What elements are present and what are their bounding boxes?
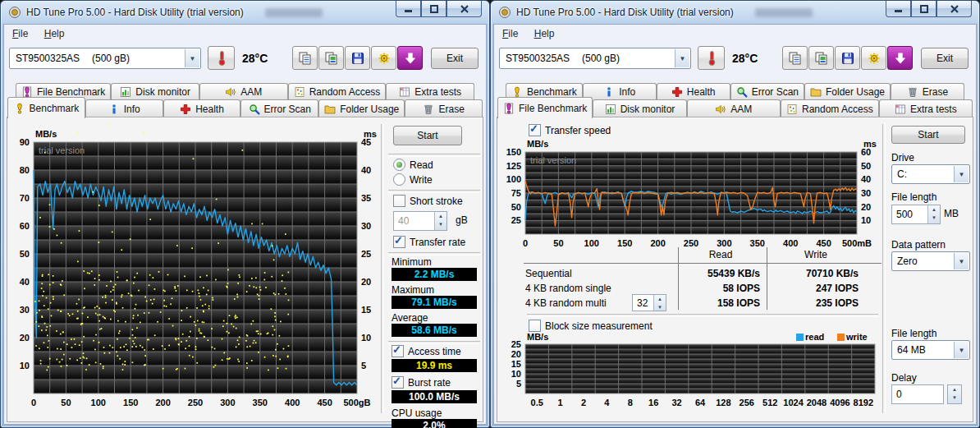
spinner-arrows-icon[interactable]: ▲▼ [653, 295, 666, 311]
tab-random-access[interactable]: Random Access [781, 99, 879, 117]
tab-label: AAM [730, 104, 752, 115]
close-button[interactable] [936, 1, 972, 17]
svg-text:10: 10 [20, 361, 30, 370]
copy-report-button[interactable] [292, 46, 318, 70]
minimize-button[interactable] [886, 1, 911, 17]
svg-text:256: 256 [740, 398, 754, 407]
start-button[interactable]: Start [891, 126, 965, 144]
read-radio[interactable]: Read [393, 159, 433, 171]
short-stroke-checkbox[interactable]: Short stroke [393, 195, 463, 207]
tab-disk-monitor[interactable]: Disk monitor [111, 83, 199, 100]
save-button[interactable] [835, 46, 860, 70]
svg-text:20: 20 [20, 333, 30, 343]
tab-aam[interactable]: AAM [687, 99, 781, 117]
svg-text:MB/s: MB/s [527, 332, 548, 342]
svg-text:1024: 1024 [783, 398, 804, 407]
tab-info[interactable]: Info [583, 83, 657, 100]
copy-report-icon [298, 51, 313, 66]
error-scan-icon [249, 104, 260, 115]
start-button[interactable]: Start [393, 126, 462, 145]
svg-text:20: 20 [861, 202, 871, 212]
tab-error-scan[interactable]: Error Scan [730, 83, 804, 100]
table-header-rule [524, 263, 882, 264]
copy-report-button[interactable] [782, 46, 808, 70]
spinner-arrows-icon[interactable]: ▲▼ [434, 212, 446, 230]
transfer-rate-checkbox[interactable]: Transfer rate [393, 236, 465, 248]
menu-file[interactable]: File [496, 26, 524, 41]
menu-help[interactable]: Help [528, 26, 561, 41]
short-stroke-length-spinner[interactable]: 40▲▼ [393, 211, 447, 231]
drive-selector[interactable]: ST9500325AS (500 gB) ▼ [9, 48, 201, 69]
tab-error-scan[interactable]: Error Scan [240, 99, 318, 117]
save-button[interactable] [345, 46, 370, 70]
tab-label: Health [195, 104, 224, 115]
copy-screenshot-button[interactable] [318, 46, 344, 70]
tab-health[interactable]: Health [657, 83, 730, 100]
tab-info[interactable]: Info [85, 99, 163, 117]
target-drive-selector[interactable]: C:▼ [891, 164, 970, 184]
tab-label: Info [619, 86, 635, 98]
delay-value: 0 [892, 389, 943, 400]
update-button[interactable] [887, 46, 913, 70]
tab-extra-tests[interactable]: Extra tests [386, 83, 474, 100]
minimize-button[interactable] [396, 1, 421, 17]
delay-spinner[interactable]: 0 [891, 384, 944, 404]
write-radio[interactable]: Write [393, 173, 433, 186]
tab-random-access[interactable]: Random Access [288, 83, 387, 100]
tab-extra-tests[interactable]: Extra tests [879, 99, 973, 117]
copy-screenshot-button[interactable] [808, 46, 834, 70]
tab-erase[interactable]: Erase [405, 99, 483, 117]
data-pattern-selector[interactable]: Zero▼ [891, 251, 970, 271]
write-label: Write [410, 174, 433, 186]
update-button[interactable] [397, 46, 423, 70]
tab-folder-usage[interactable]: Folder Usage [318, 99, 405, 117]
tab-aam[interactable]: AAM [199, 83, 288, 100]
titlebar[interactable]: HD Tune Pro 5.00 - Hard Disk Utility (tr… [1, 1, 489, 24]
exit-button[interactable]: Exit [431, 48, 479, 69]
menu-help[interactable]: Help [38, 26, 71, 41]
svg-text:16: 16 [648, 398, 658, 407]
block-file-length-selector[interactable]: 64 MB▼ [891, 340, 970, 360]
tab-label: Benchmark [30, 103, 80, 114]
dropdown-arrow-icon: ▼ [954, 166, 969, 182]
file-length-spinner[interactable]: 500▲▼ [891, 205, 941, 224]
tab-benchmark[interactable]: Benchmark [7, 97, 85, 118]
exit-button[interactable]: Exit [921, 48, 969, 69]
queue-depth-spinner[interactable]: 32▲▼ [632, 294, 666, 311]
separator [388, 154, 480, 157]
tab-label: Benchmark [527, 86, 577, 98]
delay-spinner-arrows[interactable]: ▲▼ [947, 384, 962, 404]
drive-selector[interactable]: ST9500325AS (500 gB) ▼ [499, 48, 691, 69]
access-time-checkbox[interactable]: Access time [392, 345, 461, 357]
tab-file-benchmark[interactable]: File Benchmark [497, 97, 593, 118]
tab-health[interactable]: Health [163, 99, 241, 117]
svg-text:ms: ms [364, 129, 377, 139]
tab-label: Disk monitor [135, 86, 190, 98]
close-button[interactable] [446, 1, 482, 17]
restore-button[interactable] [421, 1, 446, 17]
short-stroke-label: Short stroke [410, 196, 463, 207]
temperature-button[interactable] [208, 46, 235, 70]
tab-erase[interactable]: Erase [891, 83, 964, 100]
tab-label: Folder Usage [340, 104, 399, 115]
block-size-checkbox[interactable]: Block size measurement [529, 320, 653, 332]
svg-text:40: 40 [861, 174, 871, 184]
window-controls [886, 1, 972, 17]
tab-disk-monitor[interactable]: Disk monitor [593, 99, 686, 117]
spinner-arrows-icon[interactable]: ▲▼ [948, 385, 961, 403]
burst-rate-checkbox[interactable]: Burst rate [392, 376, 451, 389]
row-label: Sequential [525, 268, 572, 279]
temperature-button[interactable] [698, 46, 725, 70]
menu-file[interactable]: File [6, 26, 34, 41]
spinner-arrows-icon[interactable]: ▲▼ [927, 205, 940, 223]
random-access-icon [786, 104, 798, 115]
options-button[interactable] [861, 46, 886, 70]
random-single-read-value: 58 IOPS [680, 283, 760, 294]
titlebar[interactable]: HD Tune Pro 5.00 - Hard Disk Utility (tr… [491, 1, 979, 24]
block-size-chart: 2520151050.51248163264128256512102420484… [496, 331, 888, 415]
options-button[interactable] [371, 46, 396, 70]
svg-text:10: 10 [861, 215, 871, 225]
tab-folder-usage[interactable]: Folder Usage [804, 83, 891, 100]
transfer-speed-checkbox[interactable]: Transfer speed [529, 124, 611, 136]
restore-button[interactable] [911, 1, 936, 17]
